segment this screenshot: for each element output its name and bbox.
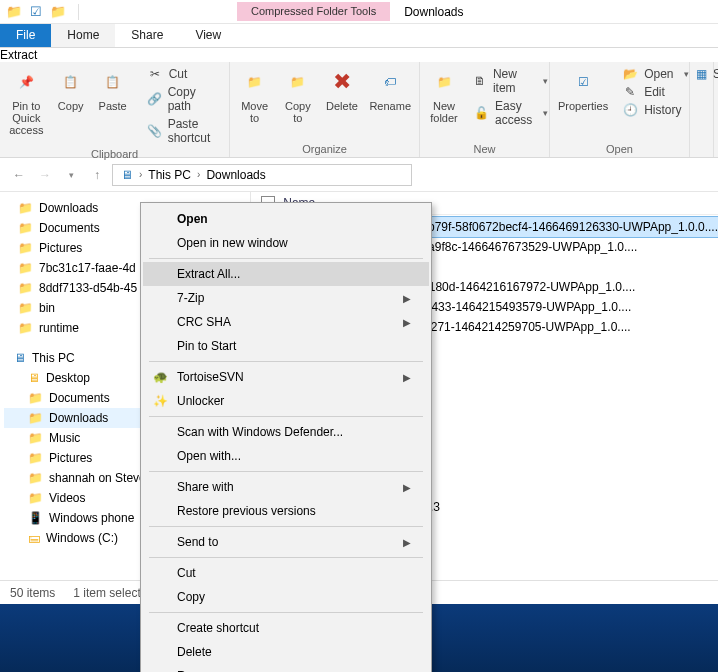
tab-extract[interactable]: Extract [0, 48, 718, 62]
properties-qat-icon[interactable]: ☑ [30, 4, 42, 19]
copy-to-button[interactable]: 📁 Copy to [281, 66, 314, 124]
tab-home[interactable]: Home [51, 24, 115, 47]
ctx-crc-sha[interactable]: CRC SHA▶ [143, 310, 429, 334]
tab-view[interactable]: View [179, 24, 237, 47]
ctx-restore-versions[interactable]: Restore previous versions [143, 499, 429, 523]
sidebar-item-label: Pictures [39, 241, 82, 255]
ctx-open-new-window[interactable]: Open in new window [143, 231, 429, 255]
move-to-button[interactable]: 📁 Move to [238, 66, 271, 124]
folder-icon: 📁 [18, 241, 33, 255]
ctx-tortoisesvn[interactable]: 🐢TortoiseSVN▶ [143, 365, 429, 389]
link-icon: 🔗 [147, 92, 162, 106]
select-all-button[interactable]: ▦S [692, 66, 711, 82]
window-title: Downloads [404, 5, 463, 19]
separator [149, 416, 423, 417]
context-tab-compressed[interactable]: Compressed Folder Tools [237, 2, 390, 21]
ctx-rename[interactable]: Rename [143, 664, 429, 672]
back-button[interactable]: ← [8, 164, 30, 186]
new-item-button[interactable]: 🗎New item▾ [470, 66, 552, 96]
ctx-cut[interactable]: Cut [143, 561, 429, 585]
folder-icon: 📁 [18, 281, 33, 295]
group-label: Clipboard [8, 146, 221, 160]
sidebar-item-label: Downloads [49, 411, 108, 425]
folder-icon: 📁 [28, 491, 43, 505]
folder-icon[interactable]: 📁 [6, 4, 22, 19]
ctx-pin-to-start[interactable]: Pin to Start [143, 334, 429, 358]
sidebar-item-label: This PC [32, 351, 75, 365]
pin-to-quick-access-button[interactable]: 📌 Pin to Quick access [8, 66, 45, 136]
crumb-this-pc[interactable]: This PC [148, 168, 191, 182]
group-label: Open [558, 141, 681, 155]
context-menu: Open Open in new window Extract All... 7… [140, 202, 432, 672]
delete-button[interactable]: ✖ Delete [325, 66, 360, 112]
ctx-7zip[interactable]: 7-Zip▶ [143, 286, 429, 310]
chevron-right-icon: ▶ [403, 537, 411, 548]
separator [149, 361, 423, 362]
history-icon: 🕘 [622, 103, 638, 117]
separator [149, 526, 423, 527]
paste-shortcut-button[interactable]: 📎Paste shortcut [143, 116, 221, 146]
group-organize: 📁 Move to 📁 Copy to ✖ Delete 🏷 Rename Or… [230, 62, 420, 157]
shortcut-icon: 📎 [147, 124, 162, 138]
history-button[interactable]: 🕘History [618, 102, 692, 118]
sidebar-item-label: Documents [39, 221, 100, 235]
properties-button[interactable]: ☑ Properties [558, 66, 608, 112]
pc-icon: 🖥 [14, 351, 26, 365]
chevron-right-icon: ▶ [403, 482, 411, 493]
sidebar-item-label: Videos [49, 491, 85, 505]
ctx-scan-defender[interactable]: Scan with Windows Defender... [143, 420, 429, 444]
select-icon: ▦ [696, 67, 707, 81]
ctx-open-with[interactable]: Open with... [143, 444, 429, 468]
ctx-create-shortcut[interactable]: Create shortcut [143, 616, 429, 640]
copy-path-button[interactable]: 🔗Copy path [143, 84, 221, 114]
sidebar-item-label: Pictures [49, 451, 92, 465]
easy-access-icon: 🔓 [474, 106, 489, 120]
ctx-copy[interactable]: Copy [143, 585, 429, 609]
group-label: New [428, 141, 541, 155]
chevron-right-icon: › [139, 169, 142, 180]
sidebar-item-label: Music [49, 431, 80, 445]
tab-file[interactable]: File [0, 24, 51, 47]
tortoise-icon: 🐢 [151, 370, 169, 384]
sidebar-item-label: Downloads [39, 201, 98, 215]
new-folder-icon: 📁 [428, 66, 460, 98]
sidebar-item-label: 7bc31c17-faae-4d [39, 261, 136, 275]
paste-button[interactable]: 📋 Paste [97, 66, 129, 112]
forward-button[interactable]: → [34, 164, 56, 186]
folder-icon: 📁 [28, 391, 43, 405]
easy-access-button[interactable]: 🔓Easy access▾ [470, 98, 552, 128]
sidebar-item-label: Windows (C:) [46, 531, 118, 545]
ctx-extract-all[interactable]: Extract All... [143, 262, 429, 286]
status-count: 50 items [10, 586, 55, 600]
rename-button[interactable]: 🏷 Rename [369, 66, 411, 112]
group-clipboard: 📌 Pin to Quick access 📋 Copy 📋 Paste ✂Cu… [0, 62, 230, 157]
folder-icon: 📁 [18, 201, 33, 215]
up-button[interactable]: ↑ [86, 164, 108, 186]
cut-button[interactable]: ✂Cut [143, 66, 221, 82]
copy-button[interactable]: 📋 Copy [55, 66, 87, 112]
folder-icon: 📁 [28, 431, 43, 445]
group-select: ▦S [690, 62, 714, 157]
folder-icon: 📁 [18, 221, 33, 235]
recent-button[interactable]: ▾ [60, 164, 82, 186]
separator [149, 471, 423, 472]
tab-share[interactable]: Share [115, 24, 179, 47]
new-folder-qat-icon[interactable]: 📁 [50, 4, 66, 19]
sidebar-item-label: Windows phone [49, 511, 134, 525]
chevron-right-icon: ▶ [403, 293, 411, 304]
edit-button[interactable]: ✎Edit [618, 84, 692, 100]
group-label: Organize [238, 141, 411, 155]
sidebar-item-label: shannah on Steves [49, 471, 152, 485]
ctx-delete[interactable]: Delete [143, 640, 429, 664]
ctx-open[interactable]: Open [143, 207, 429, 231]
breadcrumb[interactable]: 🖥 › This PC › Downloads [112, 164, 412, 186]
edit-icon: ✎ [622, 85, 638, 99]
new-folder-button[interactable]: 📁 New folder [428, 66, 460, 124]
crumb-downloads[interactable]: Downloads [206, 168, 265, 182]
sidebar-item-label: runtime [39, 321, 79, 335]
chevron-right-icon: › [197, 169, 200, 180]
ctx-share-with[interactable]: Share with▶ [143, 475, 429, 499]
ctx-send-to[interactable]: Send to▶ [143, 530, 429, 554]
open-button[interactable]: 📂Open▾ [618, 66, 692, 82]
ctx-unlocker[interactable]: ✨Unlocker [143, 389, 429, 413]
